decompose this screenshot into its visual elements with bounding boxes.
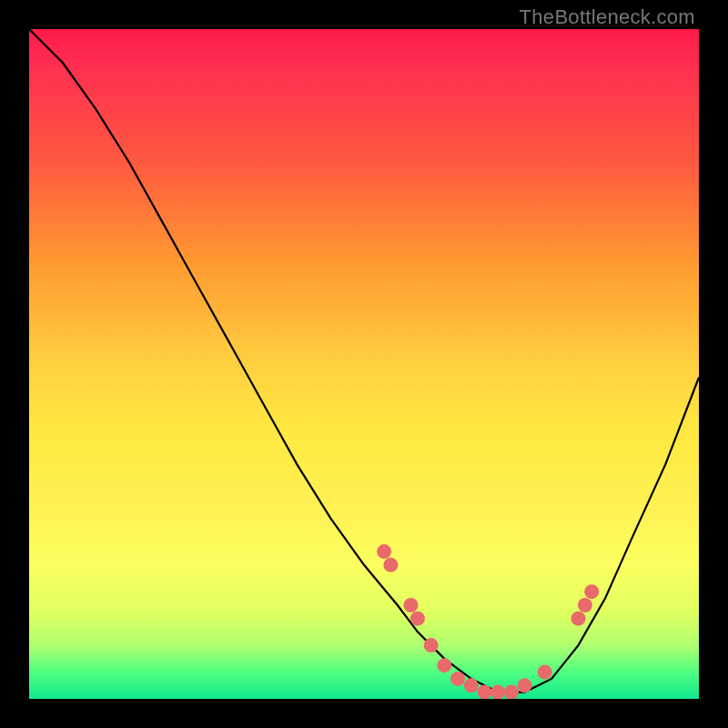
data-marker [584, 584, 599, 599]
data-marker [478, 685, 492, 699]
data-marker [437, 658, 451, 672]
data-marker [578, 598, 592, 612]
chart-container: TheBottleneck.com [0, 0, 728, 728]
data-marker [377, 544, 391, 559]
data-marker [464, 678, 479, 693]
bottleneck-curve [29, 29, 699, 699]
data-marker [450, 672, 465, 686]
data-marker [404, 598, 419, 612]
plot-area [29, 29, 699, 699]
data-marker [504, 685, 519, 699]
data-marker [410, 612, 425, 626]
data-marker [424, 638, 439, 652]
data-marker [383, 558, 398, 572]
watermark-text: TheBottleneck.com [520, 5, 695, 29]
data-marker [490, 685, 505, 699]
data-marker [571, 612, 586, 626]
data-marker [538, 665, 552, 680]
data-marker [518, 678, 532, 693]
